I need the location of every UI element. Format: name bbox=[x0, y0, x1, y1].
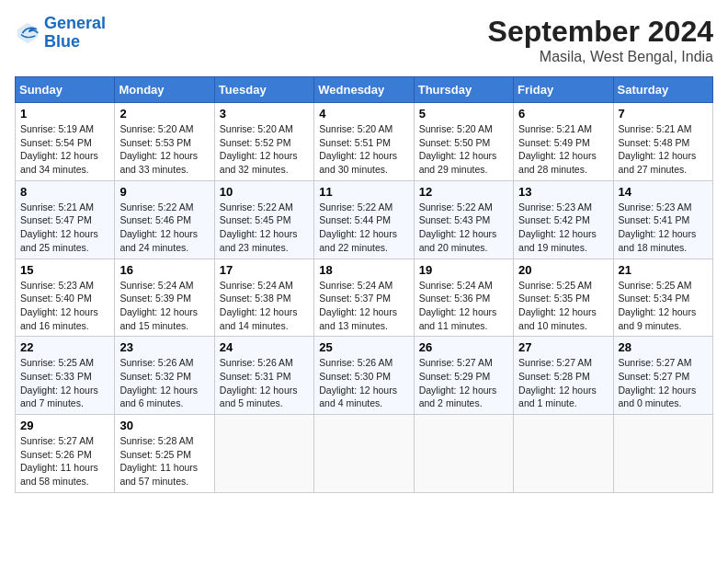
table-row: 1Sunrise: 5:19 AMSunset: 5:54 PMDaylight… bbox=[16, 103, 115, 181]
col-saturday: Saturday bbox=[613, 77, 712, 103]
day-number: 23 bbox=[119, 340, 209, 354]
day-info: Sunrise: 5:23 AMSunset: 5:40 PMDaylight:… bbox=[20, 279, 109, 333]
calendar-week-row: 1Sunrise: 5:19 AMSunset: 5:54 PMDaylight… bbox=[16, 103, 713, 181]
logo-icon bbox=[15, 20, 40, 46]
table-row: 12Sunrise: 5:22 AMSunset: 5:43 PMDayligh… bbox=[414, 180, 513, 259]
day-number: 26 bbox=[419, 340, 508, 354]
table-row: 6Sunrise: 5:21 AMSunset: 5:49 PMDaylight… bbox=[514, 103, 613, 181]
col-sunday: Sunday bbox=[16, 77, 115, 103]
day-number: 25 bbox=[319, 340, 408, 354]
day-number: 28 bbox=[619, 340, 708, 354]
calendar-title: September 2024 bbox=[488, 15, 713, 49]
day-number: 1 bbox=[20, 107, 109, 121]
day-number: 9 bbox=[119, 185, 209, 199]
calendar-week-row: 15Sunrise: 5:23 AMSunset: 5:40 PMDayligh… bbox=[16, 259, 713, 337]
table-row: 4Sunrise: 5:20 AMSunset: 5:51 PMDaylight… bbox=[314, 103, 414, 181]
day-info: Sunrise: 5:20 AMSunset: 5:52 PMDaylight:… bbox=[220, 122, 309, 177]
logo: General Blue bbox=[15, 15, 106, 52]
table-row: 9Sunrise: 5:22 AMSunset: 5:46 PMDaylight… bbox=[115, 180, 214, 259]
table-row: 13Sunrise: 5:23 AMSunset: 5:42 PMDayligh… bbox=[514, 180, 613, 259]
day-info: Sunrise: 5:22 AMSunset: 5:44 PMDaylight:… bbox=[319, 201, 408, 255]
day-info: Sunrise: 5:21 AMSunset: 5:48 PMDaylight:… bbox=[619, 122, 708, 177]
table-row: 5Sunrise: 5:20 AMSunset: 5:50 PMDaylight… bbox=[414, 103, 513, 181]
table-row: 16Sunrise: 5:24 AMSunset: 5:39 PMDayligh… bbox=[115, 259, 214, 337]
col-thursday: Thursday bbox=[414, 77, 513, 103]
day-number: 6 bbox=[518, 107, 608, 121]
title-block: September 2024 Masila, West Bengal, Indi… bbox=[488, 15, 713, 65]
calendar-week-row: 22Sunrise: 5:25 AMSunset: 5:33 PMDayligh… bbox=[16, 337, 713, 415]
table-row bbox=[314, 415, 414, 493]
day-info: Sunrise: 5:28 AMSunset: 5:25 PMDaylight:… bbox=[119, 434, 209, 488]
day-number: 29 bbox=[20, 419, 109, 432]
table-row: 29Sunrise: 5:27 AMSunset: 5:26 PMDayligh… bbox=[16, 415, 115, 493]
day-number: 4 bbox=[319, 107, 408, 121]
day-info: Sunrise: 5:25 AMSunset: 5:35 PMDaylight:… bbox=[518, 279, 608, 333]
day-number: 5 bbox=[419, 107, 508, 121]
day-info: Sunrise: 5:24 AMSunset: 5:38 PMDaylight:… bbox=[220, 279, 309, 333]
day-info: Sunrise: 5:26 AMSunset: 5:30 PMDaylight:… bbox=[319, 356, 408, 410]
table-row: 7Sunrise: 5:21 AMSunset: 5:48 PMDaylight… bbox=[613, 103, 712, 181]
col-friday: Friday bbox=[514, 77, 613, 103]
table-row: 25Sunrise: 5:26 AMSunset: 5:30 PMDayligh… bbox=[314, 337, 414, 415]
col-wednesday: Wednesday bbox=[314, 77, 414, 103]
day-number: 30 bbox=[119, 419, 209, 432]
day-info: Sunrise: 5:27 AMSunset: 5:28 PMDaylight:… bbox=[518, 356, 608, 410]
table-row: 17Sunrise: 5:24 AMSunset: 5:38 PMDayligh… bbox=[214, 259, 313, 337]
svg-marker-0 bbox=[17, 23, 38, 43]
day-info: Sunrise: 5:24 AMSunset: 5:37 PMDaylight:… bbox=[319, 279, 408, 333]
day-number: 17 bbox=[220, 263, 309, 277]
table-row bbox=[514, 415, 613, 493]
logo-text: General Blue bbox=[44, 15, 106, 52]
table-row bbox=[414, 415, 513, 493]
day-info: Sunrise: 5:27 AMSunset: 5:29 PMDaylight:… bbox=[419, 356, 508, 410]
table-row: 27Sunrise: 5:27 AMSunset: 5:28 PMDayligh… bbox=[514, 337, 613, 415]
day-number: 13 bbox=[518, 185, 608, 199]
table-row: 21Sunrise: 5:25 AMSunset: 5:34 PMDayligh… bbox=[613, 259, 712, 337]
table-row: 23Sunrise: 5:26 AMSunset: 5:32 PMDayligh… bbox=[115, 337, 214, 415]
day-number: 12 bbox=[419, 185, 508, 199]
table-row: 19Sunrise: 5:24 AMSunset: 5:36 PMDayligh… bbox=[414, 259, 513, 337]
page-header: General Blue September 2024 Masila, West… bbox=[15, 15, 713, 65]
calendar-week-row: 8Sunrise: 5:21 AMSunset: 5:47 PMDaylight… bbox=[16, 180, 713, 259]
day-number: 24 bbox=[220, 340, 309, 354]
day-info: Sunrise: 5:22 AMSunset: 5:45 PMDaylight:… bbox=[220, 201, 309, 255]
table-row: 26Sunrise: 5:27 AMSunset: 5:29 PMDayligh… bbox=[414, 337, 513, 415]
day-info: Sunrise: 5:24 AMSunset: 5:39 PMDaylight:… bbox=[119, 279, 209, 333]
day-info: Sunrise: 5:26 AMSunset: 5:32 PMDaylight:… bbox=[119, 356, 209, 410]
day-number: 10 bbox=[220, 185, 309, 199]
day-number: 18 bbox=[319, 263, 408, 277]
day-info: Sunrise: 5:20 AMSunset: 5:50 PMDaylight:… bbox=[419, 122, 508, 177]
day-info: Sunrise: 5:20 AMSunset: 5:51 PMDaylight:… bbox=[319, 122, 408, 177]
day-info: Sunrise: 5:23 AMSunset: 5:41 PMDaylight:… bbox=[619, 201, 708, 255]
calendar-week-row: 29Sunrise: 5:27 AMSunset: 5:26 PMDayligh… bbox=[16, 415, 713, 493]
day-number: 27 bbox=[518, 340, 608, 354]
col-monday: Monday bbox=[115, 77, 214, 103]
day-number: 19 bbox=[419, 263, 508, 277]
table-row: 28Sunrise: 5:27 AMSunset: 5:27 PMDayligh… bbox=[613, 337, 712, 415]
table-row: 2Sunrise: 5:20 AMSunset: 5:53 PMDaylight… bbox=[115, 103, 214, 181]
table-row: 3Sunrise: 5:20 AMSunset: 5:52 PMDaylight… bbox=[214, 103, 313, 181]
day-number: 16 bbox=[119, 263, 209, 277]
calendar-header-row: Sunday Monday Tuesday Wednesday Thursday… bbox=[16, 77, 713, 103]
day-info: Sunrise: 5:21 AMSunset: 5:49 PMDaylight:… bbox=[518, 122, 608, 177]
day-info: Sunrise: 5:23 AMSunset: 5:42 PMDaylight:… bbox=[518, 201, 608, 255]
day-info: Sunrise: 5:20 AMSunset: 5:53 PMDaylight:… bbox=[119, 122, 209, 177]
table-row: 10Sunrise: 5:22 AMSunset: 5:45 PMDayligh… bbox=[214, 180, 313, 259]
day-number: 14 bbox=[619, 185, 708, 199]
day-info: Sunrise: 5:27 AMSunset: 5:26 PMDaylight:… bbox=[20, 434, 109, 488]
table-row: 11Sunrise: 5:22 AMSunset: 5:44 PMDayligh… bbox=[314, 180, 414, 259]
day-number: 20 bbox=[518, 263, 608, 277]
table-row bbox=[214, 415, 313, 493]
table-row: 24Sunrise: 5:26 AMSunset: 5:31 PMDayligh… bbox=[214, 337, 313, 415]
day-info: Sunrise: 5:22 AMSunset: 5:46 PMDaylight:… bbox=[119, 201, 209, 255]
col-tuesday: Tuesday bbox=[214, 77, 313, 103]
day-number: 8 bbox=[20, 185, 109, 199]
table-row: 22Sunrise: 5:25 AMSunset: 5:33 PMDayligh… bbox=[16, 337, 115, 415]
day-number: 22 bbox=[20, 340, 109, 354]
day-number: 3 bbox=[220, 107, 309, 121]
day-number: 21 bbox=[619, 263, 708, 277]
table-row: 18Sunrise: 5:24 AMSunset: 5:37 PMDayligh… bbox=[314, 259, 414, 337]
day-info: Sunrise: 5:25 AMSunset: 5:34 PMDaylight:… bbox=[619, 279, 708, 333]
day-number: 2 bbox=[119, 107, 209, 121]
table-row: 20Sunrise: 5:25 AMSunset: 5:35 PMDayligh… bbox=[514, 259, 613, 337]
